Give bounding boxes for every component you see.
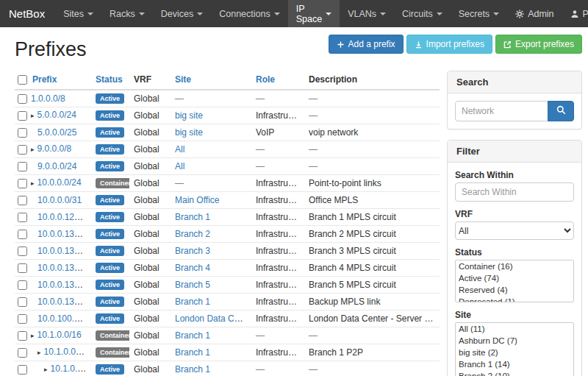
prefix-link[interactable]: 10.0.0.138/31 — [37, 297, 91, 307]
site-link[interactable]: big site — [175, 127, 203, 138]
app-brand[interactable]: NetBox — [0, 0, 55, 27]
site-cell: Branch 1 — [171, 209, 251, 226]
site-link[interactable]: Branch 1 — [175, 212, 210, 222]
row-checkbox[interactable] — [18, 162, 27, 171]
nav-item-racks[interactable]: Racks — [101, 0, 153, 27]
nav-item-devices[interactable]: Devices — [153, 0, 211, 27]
status-badge: Active — [96, 297, 124, 307]
filter-option[interactable]: Branch 2 (10) — [456, 370, 573, 376]
prefix-link[interactable]: 10.0.0.0/24 — [37, 177, 82, 188]
nav-item-vlans[interactable]: VLANs — [340, 0, 394, 27]
prefix-link[interactable]: 10.0.0.132/31 — [37, 246, 91, 256]
site-link[interactable]: Branch 3 — [175, 246, 210, 256]
site-link[interactable]: Branch 5 — [175, 280, 210, 290]
nav-item-connections[interactable]: Connections — [211, 0, 288, 27]
empty-value: — — [256, 93, 265, 104]
filter-option[interactable]: Container (16) — [456, 260, 573, 272]
expand-arrow-icon: ▸ — [37, 349, 41, 356]
site-link[interactable]: big site — [175, 110, 203, 121]
prefix-cell: ▸9.0.0.0/8 — [28, 141, 91, 158]
filter-option[interactable]: Ashburn DC (7) — [456, 335, 573, 347]
row-checkbox[interactable] — [18, 365, 27, 375]
row-checkbox[interactable] — [18, 145, 27, 155]
nav-item-ip-space[interactable]: IP Space — [288, 0, 340, 27]
column-header-status[interactable]: Status — [91, 71, 129, 90]
site-link[interactable]: Branch 1 — [175, 330, 210, 341]
prefix-link[interactable]: 5.0.0.0/25 — [37, 127, 76, 138]
role-cell: VoIP — [251, 124, 304, 141]
nav-item-label: IP Space — [296, 4, 322, 24]
row-checkbox[interactable] — [18, 230, 27, 239]
row-checkbox[interactable] — [18, 348, 27, 358]
nav-item-circuits[interactable]: Circuits — [394, 0, 451, 27]
nav-item-secrets[interactable]: Secrets — [451, 0, 507, 27]
prefix-link[interactable]: 10.0.0.0/31 — [37, 195, 82, 205]
filter-option[interactable]: All (11) — [456, 323, 573, 335]
prefix-link[interactable]: 10.0.0.136/31 — [37, 280, 91, 290]
row-checkbox[interactable] — [18, 297, 27, 307]
prefix-link[interactable]: 10.0.0.128/31 — [37, 212, 91, 222]
prefix-link[interactable]: 10.0.0.130/31 — [37, 229, 91, 239]
export-prefixes-button[interactable]: Export prefixes — [495, 35, 582, 54]
import-prefixes-button[interactable]: Import prefixes — [406, 35, 492, 54]
empty-value: — — [309, 161, 318, 171]
row-checkbox[interactable] — [18, 196, 27, 205]
prefix-link[interactable]: 10.1.0.0/16 — [37, 330, 82, 340]
column-header-site[interactable]: Site — [171, 71, 251, 90]
status-badge: Active — [96, 161, 124, 171]
prefix-link[interactable]: 1.0.0.0/8 — [31, 93, 65, 104]
filter-option[interactable]: big site (2) — [456, 347, 573, 358]
prefix-link[interactable]: 10.0.0.134/31 — [37, 263, 91, 273]
add-prefix-button[interactable]: Add a prefix — [329, 35, 404, 54]
site-link[interactable]: All — [175, 144, 184, 155]
prefix-link[interactable]: 9.0.0.0/24 — [37, 161, 76, 171]
vrf-cell: Global — [129, 277, 171, 294]
column-header-prefix[interactable]: Prefix — [28, 71, 91, 90]
site-link[interactable]: Branch 2 — [175, 229, 210, 239]
site-label: Site — [455, 310, 574, 320]
caret-down-icon — [437, 13, 442, 15]
site-link[interactable]: All — [175, 161, 184, 171]
row-checkbox[interactable] — [18, 280, 27, 290]
search-input[interactable] — [455, 101, 548, 121]
row-checkbox[interactable] — [18, 128, 27, 138]
row-checkbox[interactable] — [18, 179, 27, 188]
prefix-link[interactable]: 10.1.0.0/24 — [44, 347, 88, 357]
filter-option[interactable]: Active (74) — [456, 272, 573, 284]
row-checkbox[interactable] — [18, 331, 27, 341]
filter-option[interactable]: Reserved (4) — [456, 284, 573, 296]
prefix-link[interactable]: 10.1.0.0/25 — [51, 363, 91, 374]
site-link[interactable]: Branch 1 — [175, 297, 210, 307]
search-button[interactable] — [548, 101, 574, 121]
site-link[interactable]: Branch 1 — [175, 347, 210, 358]
prefix-cell: 10.0.0.134/31 — [28, 260, 91, 277]
nav-item-sites[interactable]: Sites — [55, 0, 101, 27]
nav-admin[interactable]: Admin — [507, 0, 562, 27]
select-all-checkbox[interactable] — [18, 75, 27, 85]
row-checkbox[interactable] — [18, 94, 27, 104]
prefix-link[interactable]: 9.0.0.0/8 — [37, 143, 72, 154]
search-within-input[interactable] — [455, 182, 574, 202]
prefix-link[interactable]: 10.0.100.0/24 — [37, 313, 91, 324]
row-checkbox[interactable] — [18, 314, 27, 324]
prefix-link[interactable]: 5.0.0.0/24 — [37, 110, 76, 120]
row-checkbox[interactable] — [18, 263, 27, 273]
site-link[interactable]: Branch 1 — [175, 364, 210, 375]
vrf-cell: Global — [129, 344, 171, 361]
filter-option[interactable]: Branch 1 (14) — [456, 358, 573, 370]
status-badge: Container — [96, 330, 129, 341]
row-checkbox[interactable] — [18, 246, 27, 256]
nav-profile[interactable]: Profile — [562, 0, 588, 27]
row-checkbox[interactable] — [18, 111, 27, 121]
row-checkbox[interactable] — [18, 213, 27, 222]
checkbox-cell — [15, 243, 28, 260]
site-filter-listbox[interactable]: All (11)Ashburn DC (7)big site (2)Branch… — [455, 322, 574, 376]
status-filter-listbox[interactable]: Container (16)Active (74)Reserved (4)Dep… — [455, 260, 574, 302]
vrf-select[interactable]: All — [455, 221, 574, 240]
site-link[interactable]: London Data Center — [175, 313, 251, 324]
filter-option[interactable]: Deprecated (1) — [456, 296, 573, 302]
column-header-role[interactable]: Role — [251, 71, 304, 90]
status-badge: Active — [96, 229, 124, 239]
site-link[interactable]: Main Office — [175, 195, 219, 205]
site-link[interactable]: Branch 4 — [175, 263, 210, 273]
